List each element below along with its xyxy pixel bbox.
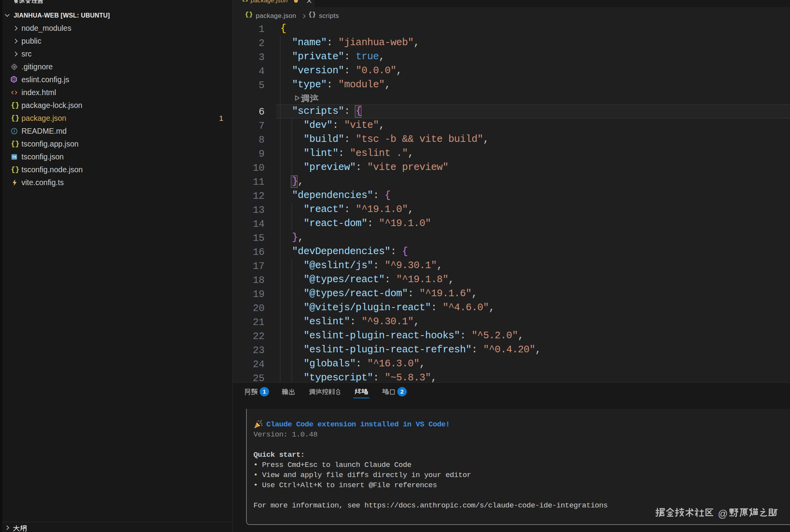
svg-text:TS: TS [12,155,17,159]
